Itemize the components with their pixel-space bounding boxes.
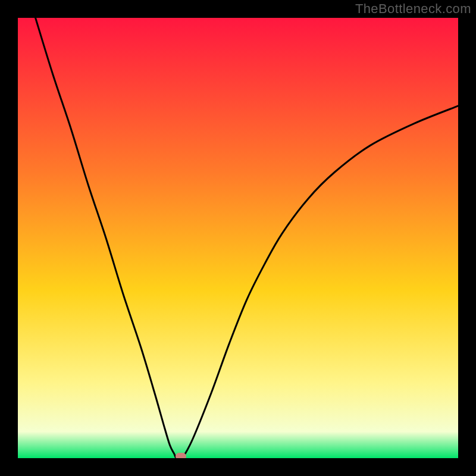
plot-svg — [18, 18, 458, 458]
gradient-background — [18, 18, 458, 458]
chart-frame: TheBottleneck.com — [0, 0, 476, 476]
watermark-text: TheBottleneck.com — [355, 1, 471, 17]
plot-area — [18, 18, 458, 458]
optimum-marker — [176, 453, 186, 458]
